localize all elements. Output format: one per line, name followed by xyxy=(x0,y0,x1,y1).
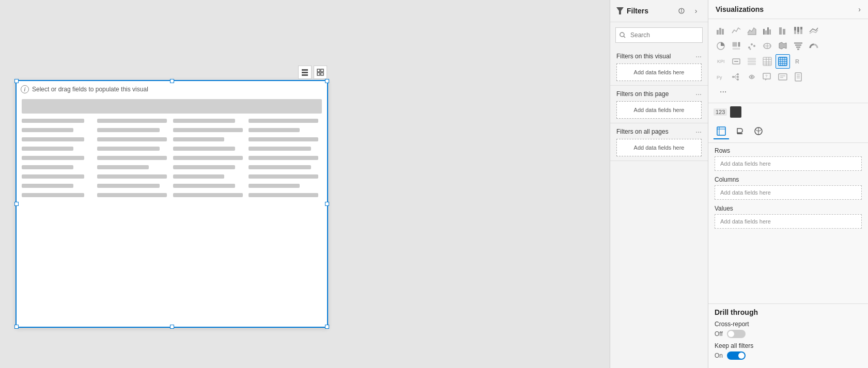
filter-section-visual-header: Filters on this visual ··· xyxy=(616,52,702,60)
viz-icon-funnel[interactable] xyxy=(791,39,805,53)
viz-icon-decomp-tree[interactable] xyxy=(729,70,743,84)
filter-icon xyxy=(616,7,624,14)
viz-icon-scatter[interactable] xyxy=(745,39,759,53)
svg-rect-17 xyxy=(765,30,767,35)
viz-icon-100-stacked[interactable] xyxy=(791,23,805,38)
filter-section-visual: Filters on this visual ··· Add data fiel… xyxy=(610,48,708,86)
search-input[interactable] xyxy=(615,27,703,43)
right-panels: Filters › Filters on this visual ··· Add… xyxy=(610,0,868,368)
filter-section-page-more[interactable]: ··· xyxy=(695,90,702,98)
viz-icon-r-script[interactable]: R xyxy=(791,54,805,69)
viz-icon-qa[interactable]: ? xyxy=(760,70,774,84)
filter-section-visual-more[interactable]: ··· xyxy=(695,52,702,60)
viz-icon-clustered-bar[interactable] xyxy=(760,23,774,38)
visual-toolbar-btn-1[interactable] xyxy=(298,66,312,79)
viz-icon-area-chart[interactable] xyxy=(745,23,759,38)
keep-filters-toggle[interactable] xyxy=(727,351,746,360)
dark-badge[interactable] xyxy=(730,106,741,118)
visual-info: i Select or drag fields to populate this… xyxy=(21,85,148,93)
svg-rect-31 xyxy=(732,47,740,50)
table-col-2 xyxy=(97,115,171,197)
tool-icon-analytics[interactable] xyxy=(751,124,766,139)
cross-report-label: Cross-report xyxy=(715,321,862,328)
viz-icon-multirow-card[interactable] xyxy=(745,54,759,69)
viz-icon-stacked-column[interactable] xyxy=(776,23,790,38)
resize-handle-tl[interactable] xyxy=(14,79,19,83)
svg-rect-23 xyxy=(794,27,796,30)
table-body xyxy=(22,115,322,197)
cross-report-toggle[interactable] xyxy=(727,330,746,338)
viz-icon-gauge[interactable] xyxy=(807,39,821,53)
rows-drop-zone[interactable]: Add data fields here xyxy=(715,156,862,171)
filters-chevron-right-btn[interactable]: › xyxy=(690,5,702,17)
viz-close-btn[interactable]: › xyxy=(858,5,861,13)
visual-container[interactable]: i Select or drag fields to populate this… xyxy=(16,80,328,328)
icon-row-4: Py ? xyxy=(714,70,863,84)
svg-text:KPI: KPI xyxy=(717,59,725,64)
viz-icon-map[interactable] xyxy=(760,39,774,53)
viz-icon-matrix[interactable] xyxy=(776,54,790,69)
columns-drop-zone[interactable]: Add data fields here xyxy=(715,185,862,200)
viz-icon-filled-map[interactable] xyxy=(776,39,790,53)
viz-icon-python[interactable]: Py xyxy=(714,70,728,84)
tool-icon-format[interactable] xyxy=(732,124,748,139)
viz-panel: Visualizations › xyxy=(708,0,868,368)
add-fields-page-btn[interactable]: Add data fields here xyxy=(616,101,702,119)
viz-icon-key-influencers[interactable] xyxy=(745,70,759,84)
svg-point-34 xyxy=(753,45,755,47)
svg-point-64 xyxy=(732,76,734,78)
resize-handle-br[interactable] xyxy=(325,325,329,329)
viz-icon-treemap[interactable] xyxy=(729,39,743,53)
filters-personalize-btn[interactable] xyxy=(676,5,687,17)
svg-rect-18 xyxy=(767,27,769,35)
add-fields-all-btn[interactable]: Add data fields here xyxy=(616,139,702,156)
resize-handle-bl[interactable] xyxy=(14,325,19,329)
viz-icon-kpi[interactable]: KPI xyxy=(714,54,728,69)
svg-rect-77 xyxy=(795,73,801,81)
viz-icon-table[interactable] xyxy=(760,54,774,69)
svg-point-67 xyxy=(737,78,739,81)
svg-rect-3 xyxy=(317,69,320,72)
filter-section-page-title: Filters on this page xyxy=(616,90,669,98)
cross-report-toggle-thumb xyxy=(728,331,734,337)
tool-icon-fields[interactable] xyxy=(714,124,729,139)
filters-label: Filters xyxy=(627,7,648,15)
filter-section-all-more[interactable]: ··· xyxy=(695,127,702,136)
svg-rect-30 xyxy=(738,42,740,47)
values-drop-zone[interactable]: Add data fields here xyxy=(715,214,862,229)
filters-panel: Filters › Filters on this visual ··· Add… xyxy=(610,0,708,368)
viz-icon-smart-narrative[interactable] xyxy=(776,70,790,84)
visual-toolbar xyxy=(298,66,327,79)
svg-rect-41 xyxy=(796,46,800,48)
num-badge-123: 123 xyxy=(714,108,727,116)
svg-rect-19 xyxy=(769,29,771,35)
svg-point-33 xyxy=(751,43,753,45)
viz-icon-line-chart[interactable] xyxy=(729,23,743,38)
viz-icon-paginated-report[interactable] xyxy=(791,70,805,84)
more-dots[interactable]: ··· xyxy=(714,85,863,99)
svg-point-71 xyxy=(751,76,753,78)
add-fields-visual-btn[interactable]: Add data fields here xyxy=(616,63,702,81)
viz-icon-stacked-bar[interactable] xyxy=(714,23,728,38)
svg-rect-27 xyxy=(800,27,802,29)
viz-icon-grouped-line[interactable] xyxy=(807,23,821,38)
svg-rect-46 xyxy=(748,58,756,60)
keep-filters-on-label: On xyxy=(715,352,723,359)
svg-text:Py: Py xyxy=(717,75,722,80)
resize-handle-l[interactable] xyxy=(14,202,19,206)
svg-marker-7 xyxy=(616,7,624,14)
visual-toolbar-btn-2[interactable] xyxy=(314,66,327,79)
filter-section-all-header: Filters on all pages ··· xyxy=(616,127,702,136)
resize-handle-tr[interactable] xyxy=(325,79,329,83)
info-icon: i xyxy=(21,85,29,93)
resize-handle-b[interactable] xyxy=(170,325,174,329)
svg-line-70 xyxy=(734,77,737,79)
svg-rect-29 xyxy=(732,42,737,47)
svg-rect-13 xyxy=(717,30,719,35)
viz-icon-pie[interactable] xyxy=(714,39,728,53)
resize-handle-r[interactable] xyxy=(325,202,329,206)
svg-rect-20 xyxy=(779,27,782,35)
keep-filters-label: Keep all filters xyxy=(715,342,862,349)
viz-icon-card[interactable] xyxy=(729,54,743,69)
resize-handle-t[interactable] xyxy=(170,79,174,83)
